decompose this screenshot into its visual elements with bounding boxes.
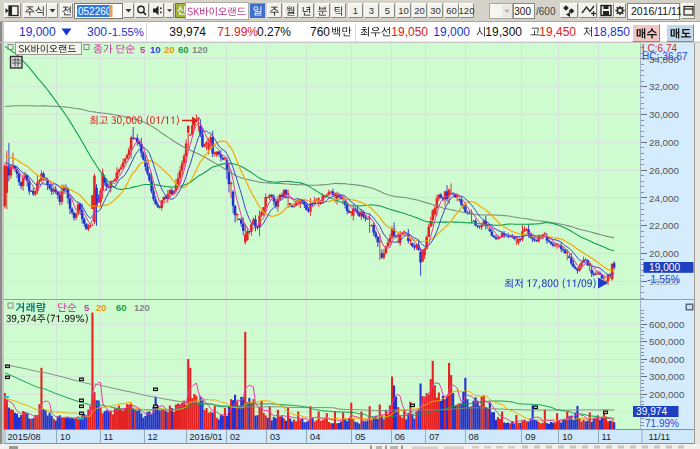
svg-text:2015/08: 2015/08 [8, 432, 41, 442]
svg-text:-1.55%: -1.55% [647, 274, 680, 285]
svg-text:-1.55%: -1.55% [108, 26, 144, 38]
svg-text:22,000: 22,000 [649, 220, 680, 231]
svg-text:19,300: 19,300 [485, 25, 522, 39]
svg-text:760: 760 [310, 25, 330, 39]
svg-text:10: 10 [60, 432, 70, 442]
svg-text:5: 5 [84, 302, 90, 313]
svg-text:10: 10 [398, 5, 409, 16]
svg-text:71.99%: 71.99% [217, 25, 258, 39]
svg-text:09: 09 [525, 432, 535, 442]
svg-text:26,000: 26,000 [649, 165, 680, 176]
svg-text:30,000: 30,000 [649, 109, 680, 120]
svg-text:02: 02 [230, 432, 240, 442]
svg-text:12: 12 [148, 432, 158, 442]
svg-text:600,000: 600,000 [649, 319, 685, 330]
svg-text:11: 11 [104, 432, 114, 442]
svg-text:20: 20 [96, 302, 107, 313]
svg-text:2016/01: 2016/01 [190, 432, 223, 442]
svg-text:32,000: 32,000 [649, 81, 680, 92]
svg-text:24,000: 24,000 [649, 193, 680, 204]
svg-text:05: 05 [355, 432, 365, 442]
svg-text:28,000: 28,000 [649, 137, 680, 148]
svg-text:300: 300 [514, 6, 531, 17]
svg-text:39,974: 39,974 [636, 406, 667, 417]
svg-text:71.99%: 71.99% [645, 418, 679, 429]
svg-text:19,450: 19,450 [539, 25, 576, 39]
svg-text:120: 120 [134, 302, 150, 313]
svg-text:200,000: 200,000 [649, 389, 685, 400]
svg-text:11: 11 [602, 432, 612, 442]
svg-text:60: 60 [178, 44, 189, 55]
svg-text:500,000: 500,000 [649, 336, 685, 347]
svg-text:052260: 052260 [78, 6, 112, 17]
svg-text:120: 120 [192, 44, 208, 55]
svg-text:60: 60 [116, 302, 127, 313]
svg-text:10: 10 [562, 432, 572, 442]
svg-text:19,000: 19,000 [433, 25, 470, 39]
svg-text:300,000: 300,000 [649, 371, 685, 382]
svg-text:03: 03 [270, 432, 280, 442]
svg-text:300: 300 [87, 25, 107, 39]
svg-text:20: 20 [164, 44, 175, 55]
svg-text:39,974: 39,974 [169, 25, 206, 39]
svg-text:10: 10 [150, 44, 161, 55]
svg-text:3: 3 [369, 5, 374, 16]
svg-text:18,850: 18,850 [593, 25, 630, 39]
svg-text:19,000: 19,000 [649, 262, 680, 273]
svg-text:5: 5 [385, 5, 390, 16]
svg-text:11/11: 11/11 [649, 432, 671, 442]
svg-text:2016/11/11: 2016/11/11 [631, 5, 682, 17]
svg-text:0.27%: 0.27% [257, 25, 291, 39]
svg-text:20,000: 20,000 [649, 248, 680, 259]
svg-text:30: 30 [430, 5, 441, 16]
svg-text:HC:-36.67: HC:-36.67 [642, 51, 688, 62]
svg-text:5: 5 [140, 44, 146, 55]
svg-text:19,050: 19,050 [391, 25, 428, 39]
svg-text:60: 60 [446, 5, 457, 16]
svg-text:08: 08 [469, 432, 479, 442]
svg-text:20: 20 [414, 5, 425, 16]
svg-text:19,000: 19,000 [19, 25, 56, 39]
svg-text:/600: /600 [536, 6, 556, 17]
svg-text:04: 04 [310, 432, 320, 442]
svg-text:120: 120 [459, 5, 475, 16]
svg-text:06: 06 [395, 432, 405, 442]
svg-text:400,000: 400,000 [649, 354, 685, 365]
svg-text:1: 1 [353, 5, 358, 16]
svg-text:07: 07 [429, 432, 439, 442]
